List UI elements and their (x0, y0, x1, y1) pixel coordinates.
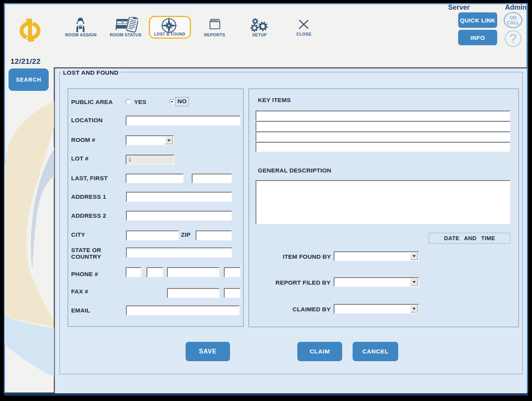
svg-text:CALL: CALL (507, 20, 519, 26)
svg-text:?: ? (510, 31, 517, 46)
svg-text:ON: ON (510, 15, 517, 20)
